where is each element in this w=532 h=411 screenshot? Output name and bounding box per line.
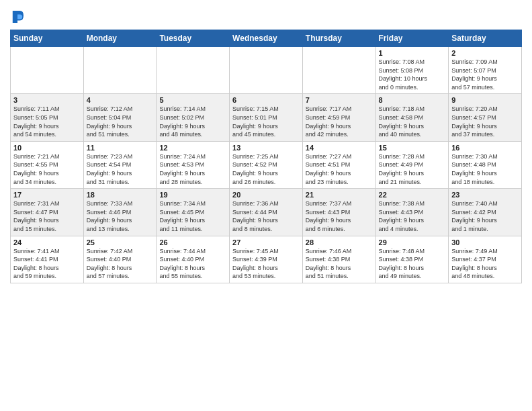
day-cell [157, 47, 230, 94]
day-info: Sunrise: 7:12 AM Sunset: 5:04 PM Dayligh… [87, 105, 154, 138]
day-cell: 1Sunrise: 7:08 AM Sunset: 5:08 PM Daylig… [375, 47, 449, 94]
day-info: Sunrise: 7:21 AM Sunset: 4:55 PM Dayligh… [13, 152, 81, 186]
day-number: 12 [159, 144, 226, 152]
day-cell: 7Sunrise: 7:17 AM Sunset: 4:59 PM Daylig… [302, 94, 375, 141]
day-cell: 18Sunrise: 7:33 AM Sunset: 4:46 PM Dayli… [83, 189, 157, 236]
day-info: Sunrise: 7:25 AM Sunset: 4:52 PM Dayligh… [232, 152, 300, 186]
day-cell [302, 47, 375, 94]
day-cell: 5Sunrise: 7:14 AM Sunset: 5:02 PM Daylig… [157, 94, 230, 141]
day-cell: 21Sunrise: 7:37 AM Sunset: 4:43 PM Dayli… [302, 189, 375, 236]
day-cell: 19Sunrise: 7:34 AM Sunset: 4:45 PM Dayli… [157, 189, 230, 236]
weekday-header-thursday: Thursday [302, 30, 375, 47]
page: SundayMondayTuesdayWednesdayThursdayFrid… [0, 0, 532, 411]
day-cell: 10Sunrise: 7:21 AM Sunset: 4:55 PM Dayli… [11, 141, 84, 188]
week-row-5: 24Sunrise: 7:41 AM Sunset: 4:41 PM Dayli… [11, 236, 522, 283]
day-info: Sunrise: 7:11 AM Sunset: 5:05 PM Dayligh… [13, 105, 81, 138]
day-number: 22 [379, 191, 446, 199]
day-info: Sunrise: 7:36 AM Sunset: 4:44 PM Dayligh… [232, 199, 300, 233]
calendar: SundayMondayTuesdayWednesdayThursdayFrid… [10, 30, 522, 283]
weekday-header-friday: Friday [375, 30, 449, 47]
day-cell: 28Sunrise: 7:46 AM Sunset: 4:38 PM Dayli… [302, 236, 375, 283]
day-number: 6 [232, 96, 300, 104]
day-number: 21 [306, 191, 373, 199]
day-cell: 26Sunrise: 7:44 AM Sunset: 4:40 PM Dayli… [157, 236, 230, 283]
day-number: 19 [159, 191, 226, 199]
day-info: Sunrise: 7:49 AM Sunset: 4:37 PM Dayligh… [451, 247, 519, 281]
day-info: Sunrise: 7:08 AM Sunset: 5:08 PM Dayligh… [379, 58, 446, 91]
day-info: Sunrise: 7:17 AM Sunset: 4:59 PM Dayligh… [306, 105, 373, 138]
day-cell: 6Sunrise: 7:15 AM Sunset: 5:01 PM Daylig… [230, 94, 303, 141]
day-number: 20 [232, 191, 300, 199]
calendar-body: 1Sunrise: 7:08 AM Sunset: 5:08 PM Daylig… [11, 47, 522, 283]
day-info: Sunrise: 7:18 AM Sunset: 4:58 PM Dayligh… [379, 105, 446, 138]
day-cell: 3Sunrise: 7:11 AM Sunset: 5:05 PM Daylig… [11, 94, 84, 141]
day-cell: 4Sunrise: 7:12 AM Sunset: 5:04 PM Daylig… [83, 94, 157, 141]
day-number: 1 [379, 49, 446, 57]
weekday-header-monday: Monday [83, 30, 157, 47]
day-info: Sunrise: 7:24 AM Sunset: 4:53 PM Dayligh… [159, 152, 226, 186]
day-cell: 12Sunrise: 7:24 AM Sunset: 4:53 PM Dayli… [157, 141, 230, 188]
day-cell: 9Sunrise: 7:20 AM Sunset: 4:57 PM Daylig… [449, 94, 522, 141]
day-number: 11 [87, 144, 154, 152]
day-info: Sunrise: 7:41 AM Sunset: 4:41 PM Dayligh… [13, 247, 81, 281]
logo-icon [11, 9, 24, 24]
day-cell: 30Sunrise: 7:49 AM Sunset: 4:37 PM Dayli… [449, 236, 522, 283]
day-number: 5 [159, 96, 226, 104]
day-info: Sunrise: 7:40 AM Sunset: 4:42 PM Dayligh… [451, 199, 519, 233]
day-number: 16 [451, 144, 519, 152]
day-cell: 25Sunrise: 7:42 AM Sunset: 4:40 PM Dayli… [83, 236, 157, 283]
day-cell: 16Sunrise: 7:30 AM Sunset: 4:48 PM Dayli… [449, 141, 522, 188]
day-cell: 20Sunrise: 7:36 AM Sunset: 4:44 PM Dayli… [230, 189, 303, 236]
day-number: 10 [13, 144, 81, 152]
day-info: Sunrise: 7:30 AM Sunset: 4:48 PM Dayligh… [451, 152, 519, 186]
day-number: 13 [232, 144, 300, 152]
day-number: 18 [87, 191, 154, 199]
day-cell: 17Sunrise: 7:31 AM Sunset: 4:47 PM Dayli… [11, 189, 84, 236]
day-info: Sunrise: 7:33 AM Sunset: 4:46 PM Dayligh… [87, 199, 154, 233]
day-number: 28 [306, 238, 373, 246]
day-info: Sunrise: 7:42 AM Sunset: 4:40 PM Dayligh… [87, 247, 154, 281]
day-number: 8 [379, 96, 446, 104]
day-info: Sunrise: 7:27 AM Sunset: 4:51 PM Dayligh… [306, 152, 373, 186]
day-number: 17 [13, 191, 81, 199]
weekday-header-wednesday: Wednesday [230, 30, 303, 47]
week-row-3: 10Sunrise: 7:21 AM Sunset: 4:55 PM Dayli… [11, 141, 522, 188]
day-number: 24 [13, 238, 81, 246]
week-row-2: 3Sunrise: 7:11 AM Sunset: 5:05 PM Daylig… [11, 94, 522, 141]
day-info: Sunrise: 7:23 AM Sunset: 4:54 PM Dayligh… [87, 152, 154, 186]
day-cell: 11Sunrise: 7:23 AM Sunset: 4:54 PM Dayli… [83, 141, 157, 188]
day-cell: 2Sunrise: 7:09 AM Sunset: 5:07 PM Daylig… [449, 47, 522, 94]
week-row-4: 17Sunrise: 7:31 AM Sunset: 4:47 PM Dayli… [11, 189, 522, 236]
day-cell: 13Sunrise: 7:25 AM Sunset: 4:52 PM Dayli… [230, 141, 303, 188]
day-number: 29 [379, 238, 446, 246]
day-number: 4 [87, 96, 154, 104]
day-info: Sunrise: 7:31 AM Sunset: 4:47 PM Dayligh… [13, 199, 81, 233]
day-cell: 23Sunrise: 7:40 AM Sunset: 4:42 PM Dayli… [449, 189, 522, 236]
day-cell: 14Sunrise: 7:27 AM Sunset: 4:51 PM Dayli… [302, 141, 375, 188]
day-number: 30 [451, 238, 519, 246]
weekday-header-sunday: Sunday [11, 30, 84, 47]
weekday-header-tuesday: Tuesday [157, 30, 230, 47]
day-number: 14 [306, 144, 373, 152]
day-number: 15 [379, 144, 446, 152]
day-number: 26 [159, 238, 226, 246]
day-cell: 15Sunrise: 7:28 AM Sunset: 4:49 PM Dayli… [375, 141, 449, 188]
day-cell [83, 47, 157, 94]
day-info: Sunrise: 7:37 AM Sunset: 4:43 PM Dayligh… [306, 199, 373, 233]
weekday-row: SundayMondayTuesdayWednesdayThursdayFrid… [11, 30, 522, 47]
day-info: Sunrise: 7:45 AM Sunset: 4:39 PM Dayligh… [232, 247, 300, 281]
day-number: 2 [451, 49, 519, 57]
day-cell: 22Sunrise: 7:38 AM Sunset: 4:43 PM Dayli… [375, 189, 449, 236]
logo [10, 9, 28, 24]
day-info: Sunrise: 7:46 AM Sunset: 4:38 PM Dayligh… [306, 247, 373, 281]
day-number: 23 [451, 191, 519, 199]
day-cell: 24Sunrise: 7:41 AM Sunset: 4:41 PM Dayli… [11, 236, 84, 283]
day-info: Sunrise: 7:48 AM Sunset: 4:38 PM Dayligh… [379, 247, 446, 281]
day-number: 7 [306, 96, 373, 104]
day-info: Sunrise: 7:15 AM Sunset: 5:01 PM Dayligh… [232, 105, 300, 138]
day-cell [11, 47, 84, 94]
day-cell: 29Sunrise: 7:48 AM Sunset: 4:38 PM Dayli… [375, 236, 449, 283]
day-number: 3 [13, 96, 81, 104]
day-number: 25 [87, 238, 154, 246]
day-number: 27 [232, 238, 300, 246]
